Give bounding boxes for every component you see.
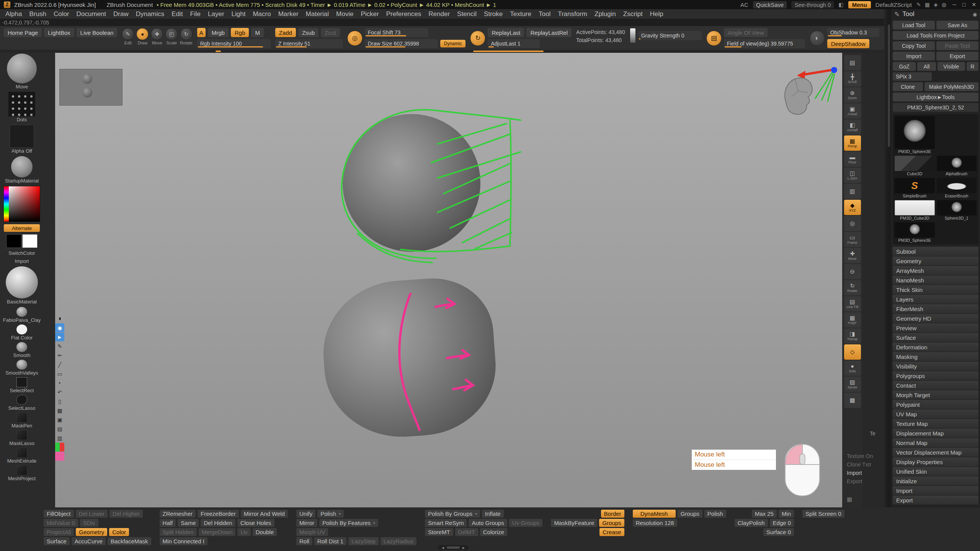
scroll-right-icon[interactable]: ►	[462, 546, 466, 550]
preview-mode-icon[interactable]: ◧	[838, 2, 843, 8]
bottombar-button[interactable]: MergeDown	[199, 528, 236, 536]
bottombar-button[interactable]: Close Holes	[237, 519, 274, 527]
subpalette-header[interactable]: Texture Map	[893, 419, 978, 429]
bottombar-button[interactable]: Auto Groups	[469, 519, 507, 527]
recent-tool-thumbnail[interactable]: EraserBrush	[937, 178, 977, 198]
aahalf-icon[interactable]: ◧ AAHalf	[844, 119, 861, 135]
z-intensity-slider[interactable]: Z Intensity 51	[275, 39, 343, 48]
line-icon[interactable]: ╱	[55, 360, 64, 369]
menu-item[interactable]: File	[190, 10, 201, 18]
bottombar-button[interactable]: Unify	[296, 510, 315, 518]
swatch-green-red-icon[interactable]	[55, 443, 64, 452]
bottombar-button[interactable]: SDiv	[80, 519, 98, 527]
bottombar-button[interactable]: MaskByFeature	[551, 519, 597, 527]
edit-icon[interactable]: ✎	[122, 28, 134, 40]
pen-icon[interactable]: ✎	[916, 2, 921, 8]
gravity-direction-icon[interactable]	[630, 28, 636, 43]
palette-item[interactable]: MaskPen	[11, 412, 32, 429]
rotate-icon[interactable]: ↻	[180, 28, 193, 40]
zsub-button[interactable]: Zsub	[298, 28, 318, 37]
load-tool-button[interactable]: Load Tool	[893, 21, 935, 29]
obj-shadow-icon[interactable]: ◐	[810, 31, 825, 46]
main-color-swatch[interactable]	[6, 234, 21, 248]
scroll-left-icon[interactable]: ◄	[441, 546, 445, 550]
subpalette-header[interactable]: Displacement Map	[893, 429, 978, 438]
menu-item[interactable]: Layer	[208, 10, 224, 18]
material-thumbnail[interactable]	[6, 266, 38, 298]
ghost-icon[interactable]: ◇	[844, 344, 861, 360]
goz-visible-button[interactable]: Visible	[938, 62, 965, 71]
texture-thumbnail[interactable]	[11, 156, 33, 178]
local-sym-icon[interactable]: ◫ L.Sym	[844, 168, 861, 183]
rotate-mode[interactable]: ↻ Rotate	[180, 28, 192, 45]
palette-item-thumbnail[interactable]	[16, 342, 27, 352]
bottombar-button[interactable]: BackfaceMask	[108, 537, 151, 545]
recent-tool-thumbnail[interactable]: AlphaBrush	[937, 156, 977, 176]
palette-item-thumbnail[interactable]	[16, 448, 27, 458]
palette-item-thumbnail[interactable]	[16, 324, 27, 334]
replay-icon[interactable]: ↻	[470, 31, 485, 46]
subpalette-header[interactable]: NanoMesh	[893, 276, 978, 285]
recent-tool-thumbnail[interactable]: PM3D_Sphere3E	[895, 222, 935, 243]
tool-export-button[interactable]: Export	[936, 52, 978, 60]
menu-item[interactable]: Material	[306, 10, 329, 18]
xpose-icon[interactable]: ▨ Xpose	[844, 377, 861, 392]
scale-icon[interactable]: ◰	[165, 28, 178, 40]
bottombar-button[interactable]: Crease	[599, 528, 624, 536]
bottombar-button[interactable]: DynaMesh	[633, 510, 676, 518]
active-tool-name[interactable]: PM3D_Sphere3D_2, 52	[893, 103, 978, 112]
current-brush[interactable]: Move	[7, 54, 37, 90]
goz-all-button[interactable]: All	[917, 62, 936, 71]
bottombar-button[interactable]: Inflate	[482, 510, 504, 518]
home-page-button[interactable]: Home Page	[4, 28, 42, 37]
subpalette-header[interactable]: Morph Target	[893, 390, 978, 400]
subpalette-header[interactable]: Unified Skin	[893, 467, 978, 476]
trash-icon[interactable]: ▯	[55, 397, 64, 406]
goz-r-button[interactable]: R	[967, 62, 978, 71]
alpha-chip[interactable]: A	[197, 28, 206, 37]
undo-icon[interactable]: ↶	[55, 388, 64, 396]
current-alpha[interactable]: Alpha Off	[10, 125, 34, 154]
bottombar-button[interactable]: Resolution 128	[633, 519, 677, 527]
recent-tool-thumbnail[interactable]: PM3D_Cube3D	[895, 200, 935, 220]
close-icon[interactable]: ✕	[972, 2, 976, 8]
bottombar-button[interactable]: AccuCurve	[72, 537, 106, 545]
texture-mini-item[interactable]: Import	[844, 469, 884, 477]
bottombar-button[interactable]: ClayPolish	[735, 519, 768, 527]
solo-icon[interactable]: ● Solo	[844, 360, 861, 376]
menu-item[interactable]: Movie	[336, 10, 353, 18]
actual-icon[interactable]: ▣ Actual	[844, 103, 861, 119]
menu-item[interactable]: Light	[232, 10, 246, 18]
subpalette-header[interactable]: Subtool	[893, 247, 978, 256]
axis-icon[interactable]: ◆ XYZ	[844, 200, 861, 215]
load-tools-from-project-button[interactable]: Load Tools From Project	[893, 31, 978, 40]
bottombar-button[interactable]: MidValue 0	[44, 519, 78, 527]
subpalette-header[interactable]: Visibility	[893, 362, 978, 371]
bottombar-button[interactable]: Min Connected I	[160, 537, 207, 545]
image-icon[interactable]: ▣	[55, 415, 64, 424]
menu-item[interactable]: Preferences	[386, 10, 421, 18]
subpalette-header[interactable]: Thick Skin	[893, 285, 978, 295]
bottombar-button[interactable]: Surface	[44, 537, 70, 545]
tool-panel-menu-icon[interactable]: ◉	[973, 11, 977, 17]
zcut-button[interactable]: Zcut	[321, 28, 340, 37]
subpalette-header[interactable]: Initialize	[893, 476, 978, 486]
bottombar-button[interactable]: Smart ReSym	[425, 519, 467, 527]
palette-item-thumbnail[interactable]	[16, 307, 27, 317]
eraser-icon[interactable]: ▭	[55, 369, 64, 378]
bottombar-button[interactable]: Del Hidden	[201, 519, 235, 527]
polyframe-icon[interactable]: ▦ PolyF	[844, 312, 861, 328]
move-mode[interactable]: ✚ Move	[151, 28, 163, 45]
see-through-icon[interactable]: ▥	[844, 184, 861, 199]
menu-item[interactable]: Edit	[172, 10, 183, 18]
replay-last-button[interactable]: ReplayLast	[488, 28, 524, 37]
bottombar-button[interactable]: Roll	[296, 537, 312, 545]
copy-tool-button[interactable]: Copy Tool	[893, 41, 935, 50]
palette-item[interactable]: Flat Color	[11, 324, 33, 341]
palette-item[interactable]: Smooth	[13, 342, 31, 358]
bottom-scroll-widget[interactable]: ◄ ►	[438, 545, 469, 550]
menu-item[interactable]: Texture	[510, 10, 531, 18]
bottombar-button[interactable]: Groups	[678, 510, 702, 518]
timeline-icon[interactable]: ▩	[844, 393, 861, 408]
palette-item[interactable]: MeshProject	[8, 465, 36, 481]
